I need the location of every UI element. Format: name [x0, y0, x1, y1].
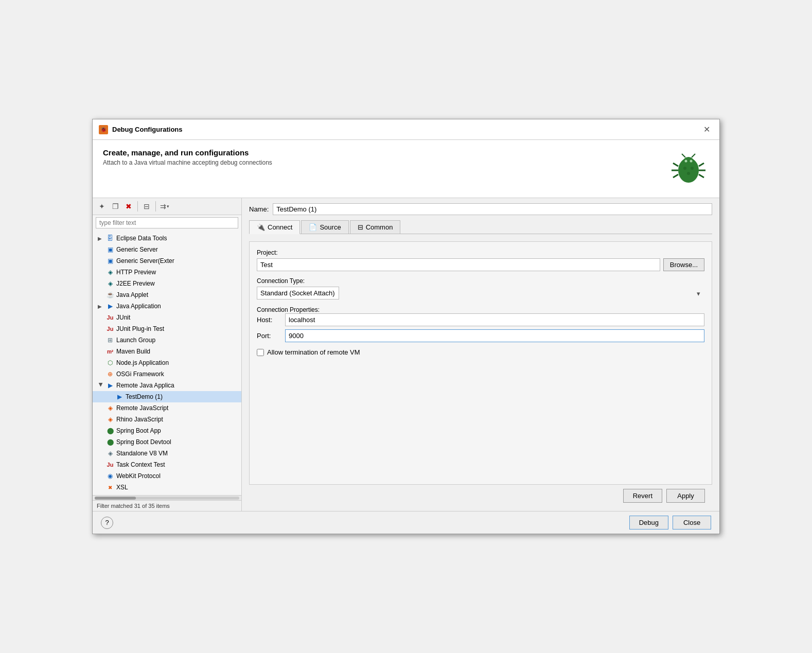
tree-item-spring-boot[interactable]: ⬤ Spring Boot App: [93, 425, 241, 436]
tab-connect[interactable]: 🔌 Connect: [249, 220, 300, 234]
debug-btn[interactable]: Debug: [629, 516, 668, 530]
svg-point-8: [685, 160, 687, 163]
tree-item-label: Eclipse Data Tools: [116, 235, 238, 242]
tree-item-http-preview[interactable]: ◈ HTTP Preview: [93, 267, 241, 278]
connection-type-field-group: Connection Type: Standard (Socket Attach…: [257, 277, 704, 299]
host-label: Host:: [257, 316, 280, 324]
tree-item-label: JUnit Plug-in Test: [116, 325, 238, 332]
tree-item-nodejs[interactable]: ⬡ Node.js Application: [93, 357, 241, 368]
name-input[interactable]: [273, 203, 712, 215]
tree-item-junit-plugin-test[interactable]: Ju JUnit Plug-in Test: [93, 323, 241, 334]
delete-btn[interactable]: ✖: [122, 200, 135, 213]
help-btn[interactable]: ?: [101, 517, 113, 529]
tree-item-java-application[interactable]: ▶ ▶ Java Application: [93, 301, 241, 312]
tree-item-remote-js[interactable]: ◈ Remote JavaScript: [93, 402, 241, 414]
port-input[interactable]: [285, 329, 704, 342]
source-tab-icon: 📄: [309, 223, 317, 231]
webkit-icon: ◉: [106, 472, 114, 480]
apply-btn[interactable]: Apply: [666, 489, 705, 503]
tab-common[interactable]: ⊟ Common: [350, 220, 401, 234]
svg-line-10: [682, 154, 685, 157]
tree-item-label: WebKit Protocol: [116, 472, 238, 480]
dialog-title: Debug Configurations: [112, 126, 183, 133]
tree-item-label: Remote JavaScript: [116, 404, 238, 412]
duplicate-btn[interactable]: ❐: [109, 200, 121, 213]
footer-left: ?: [101, 517, 113, 529]
header-text: Create, manage, and run configurations A…: [103, 148, 272, 166]
standalone-v8-icon: ◈: [106, 449, 114, 457]
tree-item-osgi[interactable]: ⊕ OSGi Framework: [93, 368, 241, 380]
tree-item-label: Spring Boot Devtool: [116, 438, 238, 446]
svg-point-1: [683, 157, 694, 167]
footer-close-btn[interactable]: Close: [673, 516, 711, 530]
connect-tab-icon: 🔌: [257, 223, 265, 231]
osgi-icon: ⊕: [106, 370, 114, 378]
new-config-btn[interactable]: ✦: [96, 200, 108, 213]
allow-termination-label: Allow termination of remote VM: [267, 348, 360, 356]
tree-item-rhino-js[interactable]: ◈ Rhino JavaScript: [93, 414, 241, 425]
tree-item-generic-server-exter[interactable]: ▣ Generic Server(Exter: [93, 255, 241, 267]
browse-btn[interactable]: Browse...: [663, 258, 704, 271]
tree-item-remote-java[interactable]: ▶ ▶ Remote Java Applica: [93, 380, 241, 391]
filter-input[interactable]: [96, 217, 238, 228]
connection-props-label: Connection Properties:: [257, 306, 320, 313]
tree-item-label: Java Application: [116, 303, 238, 310]
bug-svg-icon: [670, 151, 707, 187]
expand-arrow: ▶: [98, 304, 104, 309]
tree-item-generic-server[interactable]: ▣ Generic Server: [93, 244, 241, 255]
tree-item-launch-group[interactable]: ⊞ Launch Group: [93, 334, 241, 346]
tree-item-label: Generic Server(Exter: [116, 257, 238, 264]
collapse-btn[interactable]: ⇉▾: [158, 200, 171, 213]
spring-boot-icon: ⬤: [106, 427, 114, 435]
tree-item-label: Task Context Test: [116, 461, 238, 468]
maven-build-icon: m²: [106, 347, 114, 356]
toolbar-sep-1: [137, 201, 138, 211]
debug-configurations-dialog: 🐞 Debug Configurations ✕ Create, manage,…: [92, 119, 720, 534]
connection-type-select[interactable]: Standard (Socket Attach) Standard (Socke…: [257, 287, 339, 299]
svg-line-7: [699, 174, 704, 178]
tree-item-j2ee-preview[interactable]: ◈ J2EE Preview: [93, 278, 241, 289]
title-bar: 🐞 Debug Configurations ✕: [93, 119, 719, 140]
tree-item-maven-build[interactable]: m² Maven Build: [93, 346, 241, 357]
project-field-row: Browse...: [257, 258, 704, 271]
project-input[interactable]: [257, 258, 660, 271]
svg-line-2: [673, 163, 678, 166]
tree-item-label: HTTP Preview: [116, 269, 238, 276]
task-context-icon: Ju: [106, 461, 114, 469]
tree-item-label: Standalone V8 VM: [116, 450, 238, 457]
testdemo-icon: ▶: [115, 393, 123, 401]
left-panel: ✦ ❐ ✖ ⊟ ⇉▾ ▶ 🗄 Eclipse Data Tools: [93, 198, 242, 511]
bottom-buttons: Revert Apply: [249, 485, 712, 506]
tree-item-label: Java Applet: [116, 291, 238, 298]
tree-item-webkit[interactable]: ◉ WebKit Protocol: [93, 470, 241, 482]
host-input[interactable]: [285, 313, 704, 326]
h-scrollbar[interactable]: [93, 495, 241, 500]
java-applet-icon: ☕: [106, 291, 114, 299]
tree-item-spring-boot-devtools[interactable]: ⬤ Spring Boot Devtool: [93, 436, 241, 448]
tree-item-standalone-v8[interactable]: ◈ Standalone V8 VM: [93, 448, 241, 459]
connection-props-group: Connection Properties: Host: Port:: [257, 306, 704, 342]
tree-item-task-context[interactable]: Ju Task Context Test: [93, 459, 241, 470]
name-label: Name:: [249, 205, 269, 213]
java-application-icon: ▶: [106, 302, 114, 310]
tree-item-testdemo[interactable]: ▶ TestDemo (1): [93, 391, 241, 402]
tree-item-eclipse-data-tools[interactable]: ▶ 🗄 Eclipse Data Tools: [93, 233, 241, 244]
tab-source[interactable]: 📄 Source: [301, 220, 348, 234]
revert-btn[interactable]: Revert: [623, 489, 662, 503]
allow-termination-checkbox[interactable]: [257, 349, 264, 356]
filter-status: Filter matched 31 of 35 items: [93, 500, 241, 511]
tree-item-xsl[interactable]: ✖ XSL: [93, 482, 241, 493]
tree-item-junit[interactable]: Ju JUnit: [93, 312, 241, 323]
tree-item-label: XSL: [116, 484, 238, 491]
title-bar-left: 🐞 Debug Configurations: [99, 125, 183, 134]
tree-item-java-applet[interactable]: ☕ Java Applet: [93, 289, 241, 301]
scrollbar-track: [95, 497, 239, 500]
j2ee-preview-icon: ◈: [106, 279, 114, 288]
svg-point-14: [687, 172, 690, 175]
svg-point-9: [690, 160, 693, 163]
junit-icon: Ju: [106, 313, 114, 322]
close-title-btn[interactable]: ✕: [700, 123, 713, 135]
port-label: Port:: [257, 332, 280, 340]
filter-btn[interactable]: ⊟: [140, 200, 153, 213]
tree-item-label: J2EE Preview: [116, 280, 238, 287]
